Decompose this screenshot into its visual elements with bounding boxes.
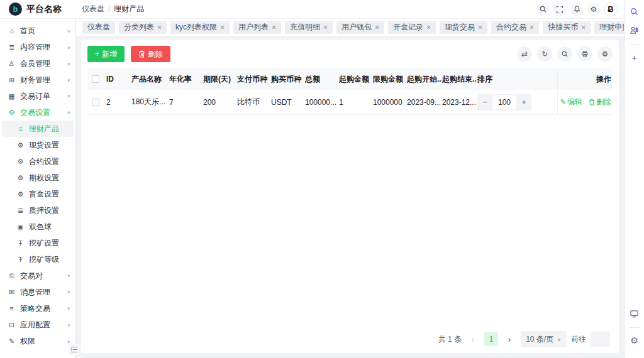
breadcrumb-current: 理财产品 (114, 4, 144, 14)
page-size-select[interactable]: 10 条/页 ∨ (521, 331, 566, 347)
sidebar-item-contract-settings[interactable]: ⚙ 合约设置 (0, 153, 75, 170)
sidebar-item-trading-pairs[interactable]: © 交易对 ∨ (0, 268, 75, 284)
sidebar-item-trade-settings[interactable]: ⚙ 交易设置 ∧ (0, 104, 75, 121)
settings-icon[interactable]: ⚙ (628, 334, 641, 347)
blindbox-settings-icon: ⚙ (16, 190, 25, 198)
close-icon[interactable]: × (581, 24, 586, 31)
tab-item[interactable]: 合约交易× (491, 21, 539, 34)
sort-stepper: − 100 + (477, 94, 531, 111)
refresh-icon[interactable]: ↻ (537, 46, 552, 62)
chevron-down-icon: ∨ (67, 339, 70, 343)
sidebar-item-content-mgmt[interactable]: ≣ 内容管理 ∨ (0, 39, 75, 55)
add-icon[interactable]: + (628, 51, 641, 63)
sidebar-item-staking-settings[interactable]: ≣ 质押设置 (0, 202, 75, 219)
chevron-up-icon: ∧ (67, 110, 70, 114)
sidebar-item-messages[interactable]: ✉ 消息管理 ∨ (0, 284, 75, 300)
cell-min-amount: 1 (339, 98, 373, 107)
page-number-button[interactable]: 1 (484, 332, 498, 346)
sidebar-item-trade-orders[interactable]: ▦ 交易订单 ∨ (0, 88, 75, 104)
print-icon[interactable] (577, 46, 592, 62)
collapse-sidebar-icon[interactable] (68, 344, 80, 355)
chevron-down-icon: ∨ (557, 337, 561, 342)
table-tools: ⇄ ↻ ⚙ (517, 46, 613, 62)
sidebar-item-finance[interactable]: ⊞ 财务管理 ∨ (0, 72, 75, 88)
tab-item[interactable]: 分类列表× (119, 21, 167, 34)
column-header-min-amount: 起购金额 (339, 74, 373, 85)
top-header: b 平台名称 仪表盘 / 理财产品 ⚙ Ƀ (0, 0, 624, 19)
stepper-plus-button[interactable]: + (516, 97, 531, 107)
close-icon[interactable]: × (426, 24, 431, 31)
trash-icon (589, 99, 595, 106)
options-settings-icon: ⚙ (16, 174, 25, 182)
select-all-checkbox[interactable] (92, 75, 99, 83)
lottery-icon: ◉ (16, 223, 25, 231)
next-page-button[interactable]: › (503, 334, 516, 344)
sidebar-item-strategy-trading[interactable]: ≡ 策略交易 ∨ (0, 300, 75, 317)
close-icon[interactable]: × (323, 24, 328, 31)
row-checkbox[interactable] (92, 99, 99, 106)
divider (630, 327, 640, 328)
tab-item[interactable]: 充值明细× (285, 21, 333, 34)
sidebar-item-members[interactable]: ♙ 会员管理 ∨ (0, 55, 75, 72)
column-header-name: 产品名称 (131, 74, 169, 85)
cell-name: 180天乐... (131, 97, 169, 107)
close-icon[interactable]: × (530, 24, 534, 31)
platform-name: 平台名称 (26, 4, 62, 15)
tab-item[interactable]: 快捷买币× (543, 21, 591, 34)
fullscreen-icon[interactable] (553, 3, 567, 16)
breadcrumb-root[interactable]: 仪表盘 (82, 4, 104, 14)
column-header-actions: 操作 (557, 68, 613, 90)
tab-item[interactable]: kyc列表权限× (170, 21, 230, 34)
delete-row-button[interactable]: 删除 (589, 97, 611, 107)
sidebar-item-permissions[interactable]: ✎ 权限 ∨ (0, 333, 75, 349)
content-card: + 新增 删除 ⇄ ↻ (81, 40, 619, 353)
stepper-minus-button[interactable]: − (477, 97, 492, 107)
sidebar-item-app-config[interactable]: ⊡ 应用配置 ∨ (0, 317, 75, 333)
settings-icon[interactable]: ⚙ (587, 3, 601, 16)
sidebar-item-options-settings[interactable]: ⚙ 期权设置 (0, 170, 75, 186)
sidebar-item-mining-settings[interactable]: Ŧ 挖矿设置 (0, 235, 75, 251)
stepper-value[interactable]: 100 (492, 95, 516, 109)
add-button[interactable]: + 新增 (87, 46, 125, 62)
sidebar-item-spot-settings[interactable]: ⚙ 现货设置 (0, 137, 75, 153)
sidebar-item-mining-levels[interactable]: Ŧ 挖矿等级 (0, 251, 75, 268)
close-icon[interactable]: × (157, 24, 162, 31)
cell-total: 100000... (305, 98, 339, 107)
brand[interactable]: b 平台名称 (0, 3, 77, 16)
search-icon[interactable] (628, 5, 641, 18)
column-settings-icon[interactable]: ⚙ (597, 46, 613, 62)
prev-page-button[interactable]: ‹ (467, 334, 479, 344)
close-icon[interactable]: × (375, 24, 379, 31)
tab-item[interactable]: 开盒记录× (388, 21, 436, 34)
sidebar-item-blindbox-settings[interactable]: ⚙ 盲盒设置 (0, 186, 75, 202)
finance-icon: ⊞ (8, 76, 16, 84)
close-icon[interactable]: × (478, 24, 482, 31)
table-row: 2 180天乐... 7 200 比特币 USDT 100000... 1 10… (87, 90, 613, 115)
sidebar-item-lottery[interactable]: ◉ 双色球 (0, 219, 75, 235)
tab-item[interactable]: 用户列表× (233, 21, 281, 34)
contract-settings-icon: ⚙ (16, 158, 25, 166)
cell-limit-amount: 1000000 (373, 98, 407, 107)
close-icon[interactable]: × (220, 24, 225, 31)
edit-row-button[interactable]: ✎ 编辑 (560, 97, 582, 107)
column-header-buy-currency: 购买币种 (271, 74, 305, 85)
avatar[interactable]: Ƀ (604, 3, 618, 16)
close-icon[interactable]: × (272, 24, 276, 31)
delete-button[interactable]: 删除 (131, 46, 170, 62)
assistant-icon[interactable] (628, 24, 641, 36)
trade-settings-icon: ⚙ (8, 109, 16, 117)
divider (630, 44, 640, 45)
goto-page-input[interactable] (591, 332, 610, 347)
sidebar-item-wealth-products[interactable]: ≡ 理财产品 (2, 121, 74, 137)
tab-item[interactable]: 仪表盘 (82, 21, 115, 34)
search-icon[interactable] (536, 3, 550, 16)
sidebar-item-home[interactable]: ⌂ 首页 ∨ (0, 23, 75, 39)
tab-item[interactable]: 现货交易× (440, 21, 487, 34)
edit-icon: ✎ (560, 98, 566, 106)
search-icon[interactable] (557, 46, 572, 62)
header-actions: ⚙ Ƀ (536, 3, 624, 16)
notification-icon[interactable] (570, 3, 584, 16)
tab-item[interactable]: 用户钱包× (336, 21, 384, 34)
screenshot-icon[interactable] (628, 307, 641, 320)
swap-icon[interactable]: ⇄ (517, 46, 532, 62)
